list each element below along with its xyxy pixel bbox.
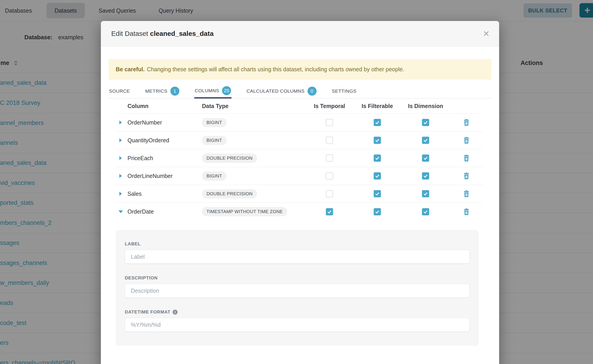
datetime-format-field-group: DATETIME FORMAT i	[125, 309, 470, 332]
is-temporal-checkbox[interactable]	[326, 137, 333, 144]
columns-table-header: Column Data Type Is Temporal Is Filterab…	[115, 98, 483, 114]
is-filterable-checkbox[interactable]	[374, 190, 381, 197]
trash-icon	[463, 208, 469, 215]
trash-icon	[463, 173, 469, 179]
trash-icon	[463, 137, 469, 144]
data-type-pill: TIMESTAMP WITHOUT TIME ZONE	[202, 207, 287, 216]
data-type-pill: BIGINT	[202, 118, 227, 127]
column-name: OrderLineNumber	[127, 173, 202, 179]
is-dimension-checkbox[interactable]	[422, 137, 429, 144]
delete-column-button[interactable]	[463, 190, 469, 197]
tab-calculated-columns[interactable]: CALCULATED COLUMNS0	[246, 84, 317, 98]
dataset-name: cleaned_sales_data	[150, 30, 214, 37]
expand-caret-icon[interactable]	[119, 192, 122, 196]
is-dimension-checkbox[interactable]	[422, 155, 429, 162]
header-is-filterable: Is Filterable	[353, 103, 401, 109]
data-type-pill: DOUBLE PRECISION	[202, 154, 257, 163]
table-row: QuantityOrdered BIGINT	[115, 131, 483, 149]
columns-count-badge: 25	[222, 86, 231, 95]
is-filterable-checkbox[interactable]	[374, 155, 381, 162]
modal-header: Edit Dataset cleaned_sales_data ✕	[101, 21, 499, 46]
info-icon[interactable]: i	[173, 310, 178, 315]
is-temporal-checkbox[interactable]	[326, 172, 333, 180]
trash-icon	[463, 119, 469, 126]
trash-icon	[463, 155, 469, 162]
is-dimension-checkbox[interactable]	[422, 190, 429, 197]
is-filterable-checkbox[interactable]	[374, 172, 381, 180]
tab-source[interactable]: SOURCE	[109, 84, 130, 98]
header-data-type: Data Type	[202, 103, 305, 109]
column-detail-panel: LABEL DESCRIPTION DATETIME FORMAT i	[116, 230, 478, 345]
edit-dataset-modal: Edit Dataset cleaned_sales_data ✕ Be car…	[101, 21, 499, 364]
header-is-temporal: Is Temporal	[305, 103, 353, 109]
tab-settings[interactable]: SETTINGS	[331, 84, 357, 98]
warning-text: Changing these settings will affect all …	[147, 66, 404, 73]
delete-column-button[interactable]	[463, 173, 469, 179]
column-name: PriceEach	[127, 155, 202, 162]
is-filterable-checkbox[interactable]	[374, 208, 381, 215]
is-dimension-checkbox[interactable]	[422, 172, 429, 180]
column-name: OrderNumber	[127, 119, 202, 126]
warning-banner: Be careful. Changing these settings will…	[109, 59, 491, 80]
column-name: QuantityOrdered	[127, 137, 202, 144]
expand-caret-icon[interactable]	[119, 138, 122, 142]
delete-column-button[interactable]	[463, 137, 469, 144]
table-row: Sales DOUBLE PRECISION	[115, 185, 483, 203]
is-temporal-checkbox[interactable]	[326, 119, 333, 126]
table-row: OrderLineNumber BIGINT	[115, 167, 483, 185]
column-name: Sales	[127, 191, 202, 197]
expand-caret-icon[interactable]	[119, 156, 122, 160]
data-type-pill: BIGINT	[202, 171, 227, 181]
datetime-format-input[interactable]	[125, 318, 470, 332]
label-input[interactable]	[125, 250, 470, 264]
delete-column-button[interactable]	[463, 119, 469, 126]
header-column: Column	[127, 103, 202, 109]
app-screen: Databases Datasets Saved Queries Query H…	[0, 0, 593, 364]
data-type-pill: BIGINT	[202, 136, 227, 145]
expand-caret-icon[interactable]	[119, 174, 122, 178]
is-dimension-checkbox[interactable]	[422, 208, 429, 215]
metrics-count-badge: 1	[170, 87, 179, 96]
datetime-format-field-label: DATETIME FORMAT i	[125, 309, 470, 315]
modal-tabs: SOURCE METRICS1 COLUMNS25 CALCULATED COL…	[109, 84, 491, 98]
columns-table: Column Data Type Is Temporal Is Filterab…	[115, 98, 483, 221]
tab-columns[interactable]: COLUMNS25	[194, 84, 232, 98]
description-field-group: DESCRIPTION	[125, 275, 470, 298]
is-filterable-checkbox[interactable]	[374, 137, 381, 144]
label-field-group: LABEL	[125, 241, 470, 264]
table-row-expanded: OrderDate TIMESTAMP WITHOUT TIME ZONE	[115, 203, 483, 221]
is-filterable-checkbox[interactable]	[374, 119, 381, 126]
modal-body: Be careful. Changing these settings will…	[101, 59, 499, 345]
table-row: PriceEach DOUBLE PRECISION	[115, 149, 483, 167]
modal-title: Edit Dataset cleaned_sales_data	[111, 30, 214, 38]
close-icon[interactable]: ✕	[483, 21, 490, 46]
delete-column-button[interactable]	[463, 208, 469, 215]
header-is-dimension: Is Dimension	[401, 103, 450, 109]
is-temporal-checkbox[interactable]	[326, 208, 333, 215]
description-field-label: DESCRIPTION	[125, 275, 470, 280]
trash-icon	[463, 190, 469, 197]
table-row: OrderNumber BIGINT	[115, 114, 483, 131]
data-type-pill: DOUBLE PRECISION	[202, 189, 257, 198]
expand-caret-icon[interactable]	[119, 120, 122, 124]
delete-column-button[interactable]	[463, 155, 469, 162]
label-field-label: LABEL	[125, 241, 470, 247]
is-temporal-checkbox[interactable]	[326, 155, 333, 162]
column-name: OrderDate	[127, 208, 202, 215]
tab-metrics[interactable]: METRICS1	[145, 84, 180, 98]
collapse-caret-icon[interactable]	[119, 210, 123, 213]
description-input[interactable]	[125, 284, 470, 298]
is-temporal-checkbox[interactable]	[326, 190, 333, 197]
is-dimension-checkbox[interactable]	[422, 119, 429, 126]
warning-bold: Be careful.	[116, 66, 145, 73]
calculated-columns-count-badge: 0	[308, 87, 316, 96]
